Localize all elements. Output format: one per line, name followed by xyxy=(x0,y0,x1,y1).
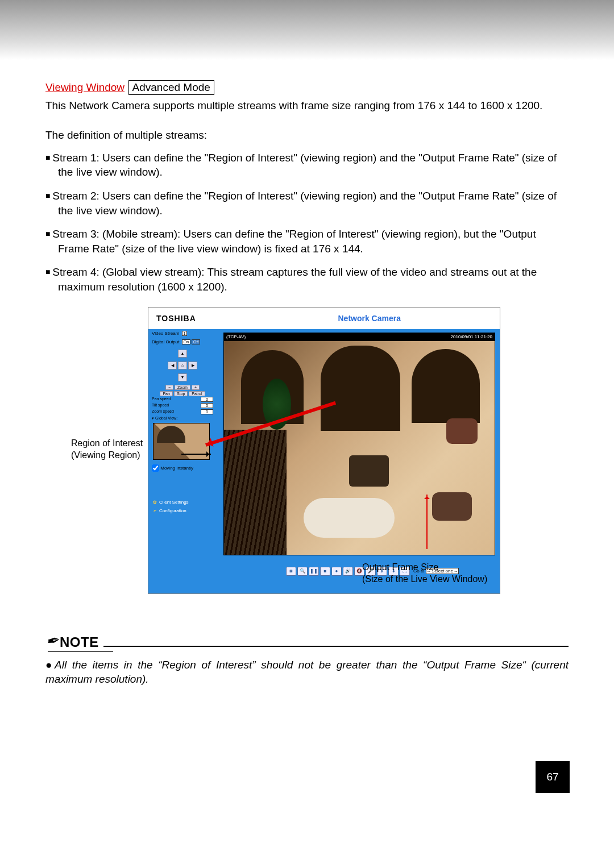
moving-instantly-row: Moving Instantly xyxy=(148,461,217,475)
record-button[interactable]: ● xyxy=(331,567,342,576)
ptz-left-button[interactable]: ◀ xyxy=(168,362,177,369)
list-item: Stream 2: Users can define the "Region o… xyxy=(45,189,569,218)
ptz-dpad: ▲ ▼ ◀ ▶ ⌂ xyxy=(167,350,198,381)
digital-output-on-button[interactable]: On xyxy=(182,339,190,344)
video-stream-row: Video Stream 1 xyxy=(148,329,217,338)
list-item: Stream 3: (Mobile stream): Users can def… xyxy=(45,227,569,256)
tools-icon: ➣ xyxy=(153,508,157,513)
zoom-in-button[interactable]: + xyxy=(192,385,200,390)
tilt-speed-label: Tilt speed xyxy=(152,403,169,408)
list-item: Stream 1: Users can define the "Region o… xyxy=(45,151,569,180)
product-title: Network Camera xyxy=(338,314,401,323)
advanced-mode-badge: Advanced Mode xyxy=(128,80,214,95)
note-heading: ✒ NOTE xyxy=(45,632,569,650)
ofs-callout-line1: Output Frame Size xyxy=(362,562,438,572)
stop-button[interactable]: Stop xyxy=(174,391,188,396)
pan-speed-row: Pan speed0 xyxy=(148,396,217,402)
zoom-button[interactable]: 🔍 xyxy=(297,567,308,576)
note-rule xyxy=(103,646,569,647)
pan-button[interactable]: Pan xyxy=(160,391,172,396)
tilt-speed-select[interactable]: 0 xyxy=(201,403,213,408)
digital-output-label: Digital Output xyxy=(152,339,179,344)
ptz-home-button[interactable]: ⌂ xyxy=(178,362,187,369)
global-view-label: ▾ Global View: xyxy=(148,415,217,422)
moving-instantly-label: Moving Instantly xyxy=(160,465,193,470)
video-protocol-label: (TCP-AV) xyxy=(226,333,246,341)
video-stream-label: Video Stream xyxy=(152,331,179,336)
list-item: Stream 4: (Global view stream): This str… xyxy=(45,265,569,294)
camera-header: TOSHIBA Network Camera xyxy=(148,308,500,329)
page-number: 67 xyxy=(536,761,570,793)
digital-output-off-button[interactable]: Off xyxy=(192,339,200,344)
video-overlay-bar: (TCP-AV) 2010/09/01 11:21:20 xyxy=(224,333,495,341)
zoom-speed-row: Zoom speed0 xyxy=(148,409,217,415)
intro-paragraph: This Network Camera supports multiple st… xyxy=(45,98,569,113)
pan-speed-label: Pan speed xyxy=(152,397,171,402)
note-underline xyxy=(48,651,113,652)
brand-logo: TOSHIBA xyxy=(156,314,196,323)
content-area: Viewing Window Advanced Mode This Networ… xyxy=(0,60,614,687)
gear-icon: ✿ xyxy=(153,500,157,505)
note-body: ●All the items in the “Region of Interes… xyxy=(45,658,569,687)
video-stream-select[interactable]: 1 xyxy=(182,331,188,336)
pause-button[interactable]: ❚❚ xyxy=(309,567,319,576)
scene-decor xyxy=(412,349,480,423)
header-gradient xyxy=(0,0,614,60)
zoom-out-button[interactable]: − xyxy=(165,385,173,390)
zoom-speed-select[interactable]: 0 xyxy=(201,409,213,414)
configuration-link[interactable]: ➣Configuration xyxy=(148,506,217,515)
definition-heading: The definition of multiple streams: xyxy=(45,129,569,142)
volume-button[interactable]: 🔊 xyxy=(343,567,353,576)
screenshot-figure: Region of Interest (Viewing Region) TOSH… xyxy=(71,307,543,605)
scene-decor xyxy=(304,498,395,538)
camera-body: Video Stream 1 Digital Output OnOff ▲ ▼ … xyxy=(148,329,500,593)
roi-arrow-icon xyxy=(181,454,211,455)
feather-icon: ✒ xyxy=(44,630,60,651)
tilt-speed-row: Tilt speed0 xyxy=(148,402,217,409)
moving-instantly-checkbox[interactable] xyxy=(152,464,159,472)
video-timestamp: 2010/09/01 11:21:20 xyxy=(451,333,492,341)
digital-output-row: Digital Output OnOff xyxy=(148,338,217,346)
stream-list: Stream 1: Users can define the "Region o… xyxy=(45,151,569,294)
note-text: All the items in the “Region of Interest… xyxy=(45,659,569,686)
client-settings-label: Client Settings xyxy=(159,500,189,505)
ofs-callout-line2: (Size of the Live View Window) xyxy=(362,574,487,584)
roi-callout-line2: (Viewing Region) xyxy=(71,450,140,460)
ofs-callout: Output Frame Size (Size of the Live View… xyxy=(362,562,487,585)
camera-sidebar: Video Stream 1 Digital Output OnOff ▲ ▼ … xyxy=(148,329,217,593)
ofs-arrow-icon xyxy=(426,495,428,549)
roi-callout-line1: Region of Interest xyxy=(71,438,143,448)
global-view-text: Global View: xyxy=(155,416,177,420)
zoom-label: Zoom xyxy=(175,385,190,390)
pan-speed-select[interactable]: 0 xyxy=(201,397,213,402)
stop-video-button[interactable]: ■ xyxy=(320,567,330,576)
zoom-speed-label: Zoom speed xyxy=(152,409,174,414)
zoom-row: − Zoom + xyxy=(148,385,217,390)
scene-decor xyxy=(432,492,472,521)
scene-decor xyxy=(446,418,478,444)
note-label: NOTE xyxy=(60,634,99,650)
configuration-label: Configuration xyxy=(159,508,186,513)
ptz-up-button[interactable]: ▲ xyxy=(178,350,187,358)
client-settings-link[interactable]: ✿Client Settings xyxy=(148,498,217,506)
patrol-button[interactable]: Patrol xyxy=(189,391,205,396)
ptz-down-button[interactable]: ▼ xyxy=(178,373,187,381)
scene-decor xyxy=(349,455,389,487)
snapshot-button[interactable]: ◙ xyxy=(286,567,296,576)
ptz-right-button[interactable]: ▶ xyxy=(188,362,197,369)
roi-callout: Region of Interest (Viewing Region) xyxy=(71,438,143,462)
page: Viewing Window Advanced Mode This Networ… xyxy=(0,0,614,868)
section-title: Viewing Window Advanced Mode xyxy=(45,80,569,95)
pan-stop-patrol-row: Pan Stop Patrol xyxy=(148,391,217,396)
viewing-window-link[interactable]: Viewing Window xyxy=(45,81,125,93)
